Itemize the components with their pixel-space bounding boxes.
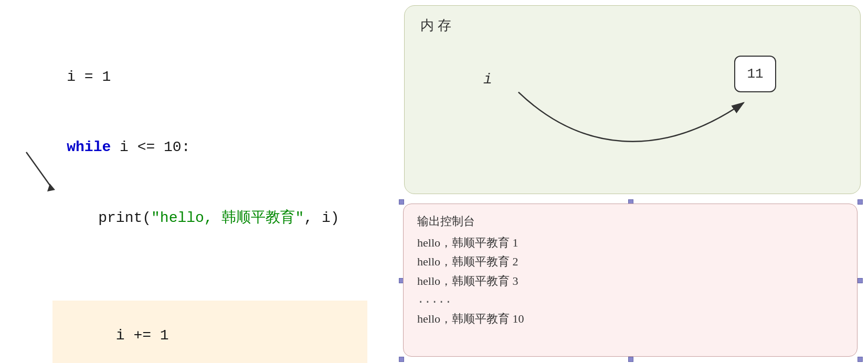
output-line-last: hello，韩顺平教育 10 (417, 309, 843, 328)
code-while-condition: i <= 10: (111, 139, 190, 155)
output-title: 输出控制台 (417, 213, 843, 229)
svg-line-0 (26, 152, 52, 189)
output-line-2: hello，韩顺平教育 2 (417, 252, 843, 271)
code-print-func: print (98, 210, 142, 226)
code-increment: i += 1 (116, 327, 169, 344)
handle-bl[interactable] (399, 357, 404, 362)
code-print-open: ( (142, 210, 151, 226)
handle-mr[interactable] (858, 278, 863, 283)
handle-br[interactable] (858, 357, 863, 362)
output-line-1: hello，韩顺平教育 1 (417, 233, 843, 252)
handle-tl[interactable] (399, 199, 404, 205)
output-panel-wrapper: 输出控制台 hello，韩顺平教育 1 hello，韩顺平教育 2 hello，… (399, 199, 863, 362)
output-ellipsis: ..... (417, 291, 843, 309)
handle-tr[interactable] (858, 199, 863, 205)
memory-panel: 内 存 i 11 (404, 5, 861, 194)
output-panel: 输出控制台 hello，韩顺平教育 1 hello，韩顺平教育 2 hello，… (403, 204, 858, 357)
code-print-close: , i) (304, 210, 339, 226)
output-line-3: hello，韩顺平教育 3 (417, 272, 843, 291)
code-line-4: i += 1 (31, 253, 367, 363)
code-panel: i = 1 while i <= 10: print("hello, 韩顺平教育… (0, 0, 399, 363)
code-line-1: i = 1 (31, 42, 367, 112)
memory-value-box: 11 (734, 56, 776, 92)
code-line-3: print("hello, 韩顺平教育", i) (31, 183, 367, 253)
code-string: "hello, 韩顺平教育" (151, 210, 304, 226)
handle-bm[interactable] (628, 357, 633, 362)
code-line-2: while i <= 10: (31, 112, 367, 183)
memory-var-label: i (483, 71, 492, 88)
memory-content: i 11 (420, 40, 844, 187)
code-var-i: i = 1 (67, 69, 111, 85)
svg-marker-1 (47, 184, 55, 191)
code-arrow (16, 147, 68, 202)
code-keyword-while: while (67, 139, 111, 155)
memory-title: 内 存 (420, 16, 844, 35)
